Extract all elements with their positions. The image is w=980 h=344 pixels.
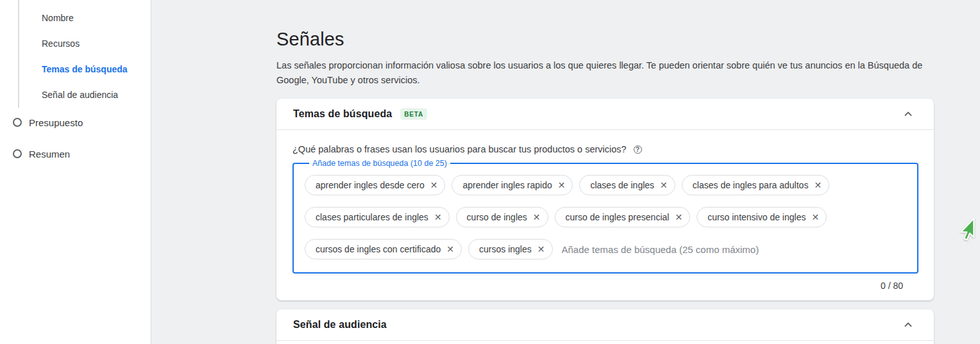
search-topic-chip[interactable]: aprender ingles rapido✕ bbox=[452, 175, 573, 195]
main-content: Señales Las señales proporcionan informa… bbox=[151, 0, 980, 344]
chip-label: cursos de ingles con certificado bbox=[316, 244, 441, 254]
collapse-audience-signal-button[interactable] bbox=[898, 315, 918, 335]
page-description: Las señales proporcionan información val… bbox=[276, 58, 925, 88]
question-row: ¿Qué palabras o frases usan los usuarios… bbox=[292, 144, 918, 154]
audience-signal-card: Señal de audiencia bbox=[276, 309, 934, 344]
search-topic-chip[interactable]: clases de ingles✕ bbox=[579, 175, 675, 195]
char-counter: 0 / 80 bbox=[292, 274, 918, 300]
step-radio-circle-icon bbox=[13, 149, 22, 158]
step-label: Resumen bbox=[29, 149, 70, 160]
search-topics-card-body: ¿Qué palabras o frases usan los usuarios… bbox=[276, 130, 934, 300]
chip-label: aprender ingles desde cero bbox=[316, 180, 425, 190]
remove-chip-icon[interactable]: ✕ bbox=[533, 213, 541, 222]
chips-container: aprender ingles desde cero✕ aprender ing… bbox=[305, 175, 907, 259]
chevron-up-icon bbox=[902, 108, 915, 120]
search-topic-chip[interactable]: clases de ingles para adultos✕ bbox=[682, 175, 829, 195]
sidebar-item-nombre[interactable]: Nombre bbox=[0, 12, 151, 24]
beta-badge: BETA bbox=[400, 108, 427, 120]
search-topic-chip[interactable]: cursos de ingles con certificado✕ bbox=[305, 239, 462, 259]
search-topic-chip[interactable]: aprender ingles desde cero✕ bbox=[305, 175, 445, 195]
add-topic-input[interactable] bbox=[559, 239, 908, 259]
collapse-search-topics-button[interactable] bbox=[898, 104, 918, 124]
chip-label: curso intensivo de ingles bbox=[707, 212, 806, 222]
help-icon[interactable]: ? bbox=[634, 145, 642, 154]
remove-chip-icon[interactable]: ✕ bbox=[675, 213, 682, 222]
audience-signal-card-header: Señal de audiencia bbox=[276, 309, 934, 341]
search-topic-chip[interactable]: cursos ingles✕ bbox=[468, 239, 552, 259]
search-topic-chip[interactable]: curso de ingles✕ bbox=[456, 207, 548, 227]
search-topics-card-title: Temas de búsqueda bbox=[293, 108, 392, 120]
campaign-setup-page: Nombre Recursos Temas de búsqueda Señal … bbox=[0, 0, 980, 344]
remove-chip-icon[interactable]: ✕ bbox=[446, 245, 454, 254]
search-topics-fieldset: Añade temas de búsqueda (10 de 25) apren… bbox=[292, 159, 918, 274]
step-radio-circle-icon bbox=[13, 118, 22, 127]
question-text: ¿Qué palabras o frases usan los usuarios… bbox=[292, 144, 627, 154]
search-topic-chip[interactable]: clases particulares de ingles✕ bbox=[305, 207, 450, 227]
step-label: Presupuesto bbox=[29, 117, 83, 128]
search-topic-chip[interactable]: curso intensivo de ingles✕ bbox=[697, 207, 827, 227]
remove-chip-icon[interactable]: ✕ bbox=[430, 181, 438, 190]
search-topics-card-header: Temas de búsqueda BETA bbox=[276, 99, 934, 130]
chip-label: clases particulares de ingles bbox=[316, 212, 428, 222]
audience-signal-card-title: Señal de audiencia bbox=[293, 319, 387, 331]
remove-chip-icon[interactable]: ✕ bbox=[814, 181, 822, 190]
chevron-up-icon bbox=[902, 318, 915, 331]
sidebar-item-senal-de-audiencia[interactable]: Señal de audiencia bbox=[0, 88, 151, 101]
remove-chip-icon[interactable]: ✕ bbox=[811, 213, 819, 222]
sidebar-step-resumen[interactable]: Resumen bbox=[0, 147, 151, 160]
sidebar-item-recursos[interactable]: Recursos bbox=[0, 37, 151, 50]
remove-chip-icon[interactable]: ✕ bbox=[434, 213, 442, 222]
page-title: Señales bbox=[276, 29, 980, 50]
search-topic-chip[interactable]: curso de ingles presencial✕ bbox=[555, 207, 691, 227]
chip-label: curso de ingles bbox=[467, 212, 527, 222]
signals-subnav: Nombre Recursos Temas de búsqueda Señal … bbox=[0, 0, 151, 101]
remove-chip-icon[interactable]: ✕ bbox=[558, 181, 566, 190]
search-topics-card: Temas de búsqueda BETA ¿Qué palabras o f… bbox=[276, 99, 934, 300]
sidebar-item-temas-de-busqueda[interactable]: Temas de búsqueda bbox=[0, 63, 151, 76]
chip-label: clases de ingles bbox=[590, 180, 654, 190]
stepper-rail-line bbox=[18, 0, 19, 108]
remove-chip-icon[interactable]: ✕ bbox=[537, 245, 545, 254]
chip-label: curso de ingles presencial bbox=[566, 212, 670, 222]
sidebar: Nombre Recursos Temas de búsqueda Señal … bbox=[0, 0, 151, 344]
remove-chip-icon[interactable]: ✕ bbox=[660, 181, 668, 190]
chip-label: aprender ingles rapido bbox=[462, 180, 552, 190]
sidebar-step-presupuesto[interactable]: Presupuesto bbox=[0, 116, 151, 129]
chip-label: clases de ingles para adultos bbox=[693, 180, 809, 190]
chip-label: cursos ingles bbox=[479, 244, 532, 254]
fieldset-label: Añade temas de búsqueda (10 de 25) bbox=[309, 159, 450, 168]
